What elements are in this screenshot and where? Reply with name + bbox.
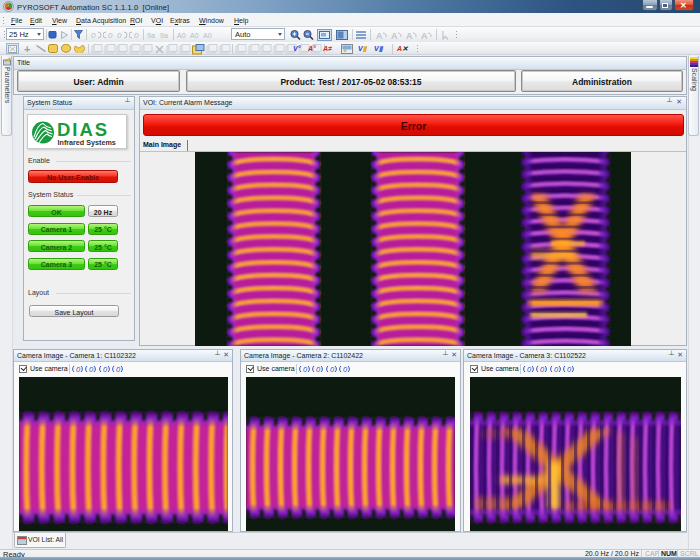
svg-text:0: 0 — [316, 365, 321, 374]
svg-text:0: 0 — [117, 31, 122, 40]
svg-text:0: 0 — [567, 365, 572, 374]
svg-text:A: A — [421, 31, 428, 41]
svg-text:A: A — [406, 31, 413, 41]
svg-text:Infrared Systems: Infrared Systems — [58, 138, 116, 147]
svg-text:0: 0 — [108, 31, 113, 40]
svg-text:0: 0 — [540, 365, 545, 374]
svg-text:0: 0 — [554, 365, 559, 374]
svg-text:A: A — [376, 31, 383, 41]
svg-text:0: 0 — [527, 365, 532, 374]
svg-text:A0: A0 — [190, 32, 199, 39]
svg-text:0: 0 — [89, 365, 94, 374]
svg-text:A0: A0 — [177, 32, 186, 39]
svg-text:9a: 9a — [160, 32, 168, 39]
svg-text:A: A — [391, 31, 398, 41]
svg-text:9a: 9a — [147, 32, 155, 39]
svg-text:0: 0 — [330, 365, 335, 374]
svg-text:0: 0 — [343, 365, 348, 374]
svg-text:0: 0 — [103, 365, 108, 374]
svg-text:0: 0 — [134, 31, 139, 40]
svg-text:0: 0 — [116, 365, 121, 374]
svg-text:0: 0 — [303, 365, 308, 374]
svg-text:0: 0 — [91, 31, 96, 40]
svg-text:0: 0 — [76, 365, 81, 374]
svg-text:A0: A0 — [203, 32, 212, 39]
